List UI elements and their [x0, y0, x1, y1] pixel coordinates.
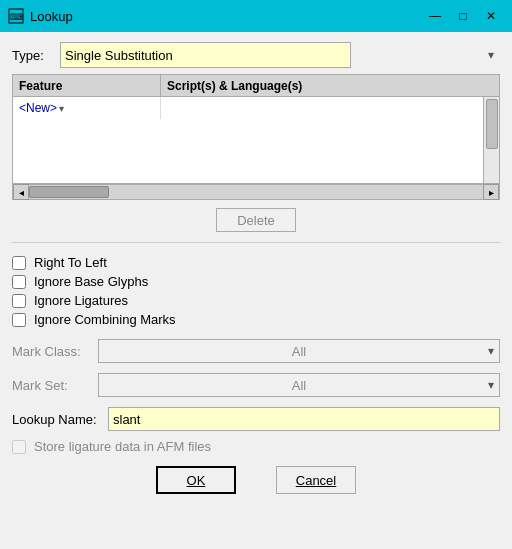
- minimize-button[interactable]: —: [422, 6, 448, 26]
- type-select[interactable]: Single Substitution Multiple Substitutio…: [60, 42, 351, 68]
- horizontal-scrollbar[interactable]: ◂ ▸: [12, 184, 500, 200]
- mark-set-row: Mark Set: All: [12, 373, 500, 397]
- lookup-name-label: Lookup Name:: [12, 412, 102, 427]
- mark-class-label: Mark Class:: [12, 344, 92, 359]
- ignore-base-checkbox[interactable]: [12, 275, 26, 289]
- ignore-comb-checkbox-row: Ignore Combining Marks: [12, 312, 500, 327]
- title-bar: ⌨ Lookup — □ ✕: [0, 0, 512, 32]
- type-label: Type:: [12, 48, 52, 63]
- feature-table: Feature Script(s) & Language(s) <New> ▾: [12, 74, 500, 184]
- ok-button[interactable]: OK: [156, 466, 236, 494]
- type-row: Type: Single Substitution Multiple Subst…: [12, 42, 500, 68]
- mark-class-select-wrapper: All: [98, 339, 500, 363]
- store-ligature-row: Store ligature data in AFM files: [12, 439, 500, 454]
- ignore-lig-checkbox-row: Ignore Ligatures: [12, 293, 500, 308]
- table-body: <New> ▾: [13, 97, 499, 183]
- scroll-thumb[interactable]: [29, 186, 109, 198]
- rtl-checkbox[interactable]: [12, 256, 26, 270]
- dialog-content: Type: Single Substitution Multiple Subst…: [0, 32, 512, 549]
- new-dropdown[interactable]: <New> ▾: [19, 101, 64, 115]
- ignore-comb-label: Ignore Combining Marks: [34, 312, 176, 327]
- ignore-lig-checkbox[interactable]: [12, 294, 26, 308]
- scrollbar-thumb[interactable]: [486, 99, 498, 149]
- delete-row: Delete: [12, 208, 500, 232]
- new-feature-text: <New>: [19, 101, 57, 115]
- svg-text:⌨: ⌨: [10, 12, 23, 22]
- dropdown-arrow-icon: ▾: [59, 103, 64, 114]
- mark-set-select[interactable]: All: [98, 373, 500, 397]
- store-ligature-label: Store ligature data in AFM files: [34, 439, 211, 454]
- lookup-name-row: Lookup Name:: [12, 407, 500, 431]
- cancel-button[interactable]: Cancel: [276, 466, 356, 494]
- scroll-left-button[interactable]: ◂: [13, 184, 29, 200]
- scripts-column-header: Script(s) & Language(s): [161, 75, 483, 96]
- mark-class-select[interactable]: All: [98, 339, 500, 363]
- mark-set-select-wrapper: All: [98, 373, 500, 397]
- ignore-base-checkbox-row: Ignore Base Glyphs: [12, 274, 500, 289]
- feature-column-header: Feature: [13, 75, 161, 96]
- app-icon: ⌨: [8, 8, 24, 24]
- type-select-wrapper: Single Substitution Multiple Substitutio…: [60, 42, 500, 68]
- scroll-track: [29, 185, 483, 199]
- table-header: Feature Script(s) & Language(s): [13, 75, 499, 97]
- cancel-label: Cancel: [296, 473, 336, 488]
- dialog-title: Lookup: [30, 9, 422, 24]
- scripts-cell: [161, 97, 499, 119]
- mark-set-label: Mark Set:: [12, 378, 92, 393]
- close-button[interactable]: ✕: [478, 6, 504, 26]
- button-row: OK Cancel: [12, 466, 500, 494]
- store-ligature-checkbox[interactable]: [12, 440, 26, 454]
- scroll-right-button[interactable]: ▸: [483, 184, 499, 200]
- rtl-checkbox-row: Right To Left: [12, 255, 500, 270]
- delete-button[interactable]: Delete: [216, 208, 296, 232]
- rtl-label: Right To Left: [34, 255, 107, 270]
- window-controls: — □ ✕: [422, 6, 504, 26]
- maximize-button[interactable]: □: [450, 6, 476, 26]
- divider-1: [12, 242, 500, 243]
- lookup-name-input[interactable]: [108, 407, 500, 431]
- header-scrollbar-spacer: [483, 75, 499, 96]
- ignore-lig-label: Ignore Ligatures: [34, 293, 128, 308]
- ignore-base-label: Ignore Base Glyphs: [34, 274, 148, 289]
- ok-label: OK: [187, 473, 206, 488]
- feature-cell: <New> ▾: [13, 97, 161, 119]
- table-scrollbar[interactable]: [483, 97, 499, 183]
- ignore-comb-checkbox[interactable]: [12, 313, 26, 327]
- mark-class-row: Mark Class: All: [12, 339, 500, 363]
- table-row: <New> ▾: [13, 97, 499, 119]
- checkbox-group: Right To Left Ignore Base Glyphs Ignore …: [12, 255, 500, 327]
- table-section: Feature Script(s) & Language(s) <New> ▾: [12, 74, 500, 200]
